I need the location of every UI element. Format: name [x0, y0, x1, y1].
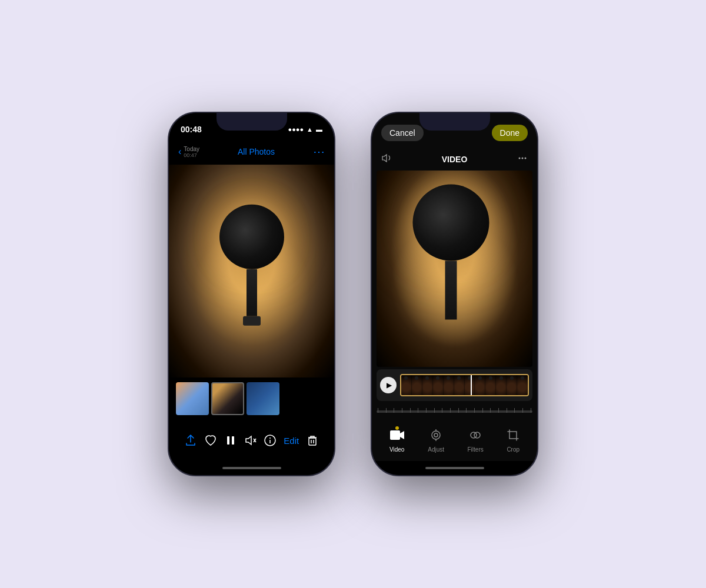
- tick: [514, 408, 515, 413]
- playhead: [471, 374, 472, 396]
- tick: [466, 408, 467, 413]
- volume-icon-svg: [381, 153, 392, 163]
- tool-crop[interactable]: Crop: [499, 425, 527, 456]
- play-icon: ▶: [387, 381, 392, 389]
- svg-point-6: [269, 437, 271, 439]
- edit-toolbar-top: VIDEO: [372, 148, 537, 171]
- lamp-mount: [243, 316, 261, 326]
- thumbnail-strip: [169, 377, 334, 420]
- active-dot: [395, 426, 399, 430]
- info-icon: [264, 434, 277, 447]
- nav-time: 00:47: [184, 152, 199, 158]
- status-bar-1: 00:48 ●●●● ▲ ▬: [169, 113, 334, 139]
- all-photos-label: All Photos: [238, 147, 275, 156]
- share-button[interactable]: [184, 434, 197, 447]
- tick: [531, 408, 531, 413]
- done-button[interactable]: Done: [492, 125, 528, 141]
- thumbnail-3[interactable]: [247, 382, 279, 415]
- mute-button[interactable]: [244, 434, 257, 447]
- nav-bar-1: ‹ Today 00:47 All Photos ⋯: [169, 139, 334, 165]
- scrubber-area[interactable]: [377, 405, 532, 419]
- tool-crop-icon-wrap: [507, 429, 519, 444]
- delete-button[interactable]: [306, 434, 319, 447]
- thumbnail-2[interactable]: [211, 382, 244, 415]
- tool-video-icon-wrap: [389, 429, 405, 444]
- lamp-body: [219, 205, 284, 326]
- tick: [402, 408, 402, 413]
- tool-crop-label: Crop: [507, 446, 519, 453]
- home-bar-1: [222, 467, 281, 469]
- svg-point-11: [521, 157, 523, 159]
- tick: [426, 408, 427, 413]
- tick: [498, 408, 499, 413]
- video-area-1[interactable]: [169, 165, 334, 377]
- favorite-button[interactable]: [204, 434, 217, 447]
- tick: [442, 408, 442, 413]
- tick: [434, 408, 435, 413]
- filters-icon: [469, 429, 482, 442]
- battery-icon: ▬: [316, 126, 322, 133]
- tool-adjust-label: Adjust: [428, 446, 444, 453]
- tick: [507, 408, 507, 413]
- tool-video[interactable]: Video: [382, 425, 412, 456]
- frame-10: [496, 375, 507, 395]
- scrubber-track: [377, 410, 532, 413]
- video-icon: [389, 429, 405, 442]
- tick: [394, 408, 394, 413]
- home-bar-2: [425, 467, 484, 469]
- trash-icon: [306, 434, 319, 447]
- back-button[interactable]: ‹ Today 00:47: [178, 146, 199, 158]
- tool-video-label: Video: [389, 446, 404, 453]
- video-frame-2: [377, 171, 532, 367]
- frame-12: [517, 375, 528, 395]
- phone-2-screen: Cancel Done VIDEO: [372, 113, 537, 475]
- cancel-button[interactable]: Cancel: [381, 125, 424, 141]
- mute-icon: [244, 434, 257, 447]
- tool-filters[interactable]: Filters: [461, 425, 491, 456]
- status-icons-1: ●●●● ▲ ▬: [288, 126, 322, 133]
- lamp-circle-2: [412, 185, 489, 261]
- tick: [458, 408, 459, 413]
- pause-button[interactable]: [224, 434, 237, 447]
- video-preview-2[interactable]: [377, 171, 532, 367]
- svg-rect-7: [309, 438, 316, 445]
- svg-point-14: [432, 431, 440, 439]
- wifi-icon: ▲: [307, 126, 313, 133]
- share-icon: [184, 434, 197, 447]
- svg-point-15: [434, 433, 438, 437]
- tool-adjust[interactable]: Adjust: [421, 425, 451, 456]
- timeline-area[interactable]: ▶: [377, 369, 532, 401]
- svg-point-10: [518, 157, 520, 159]
- tick: [482, 408, 483, 413]
- phone-2: Cancel Done VIDEO: [371, 112, 538, 476]
- tick: [418, 408, 418, 413]
- sound-icon[interactable]: [381, 153, 392, 166]
- tick: [450, 408, 451, 413]
- more-options-button-2[interactable]: [517, 153, 528, 166]
- phone-1-screen: 00:48 ●●●● ▲ ▬ ‹ Today 00:47 All Photos …: [169, 113, 334, 475]
- thumbnail-1[interactable]: [176, 382, 209, 415]
- more-options-button[interactable]: ⋯: [313, 145, 325, 159]
- tick: [474, 408, 475, 413]
- tool-adjust-icon-wrap: [429, 429, 442, 444]
- lamp-circle: [219, 205, 284, 269]
- lamp-stem: [247, 269, 257, 316]
- frame-7: [465, 375, 475, 395]
- phone-1: 00:48 ●●●● ▲ ▬ ‹ Today 00:47 All Photos …: [168, 112, 335, 476]
- frame-6: [454, 375, 465, 395]
- video-title: VIDEO: [442, 155, 468, 164]
- frame-2: [412, 375, 422, 395]
- signal-icon: ●●●●: [288, 126, 304, 133]
- filmstrip[interactable]: [400, 374, 529, 396]
- frame-4: [433, 375, 444, 395]
- tick: [522, 408, 523, 413]
- frame-9: [485, 375, 496, 395]
- chevron-left-icon: ‹: [178, 146, 181, 157]
- edit-button[interactable]: Edit: [284, 436, 299, 446]
- edit-tools-bar: Video Adjust: [372, 420, 537, 461]
- info-button[interactable]: [264, 434, 277, 447]
- play-button[interactable]: ▶: [380, 377, 397, 393]
- heart-icon: [204, 434, 217, 447]
- svg-point-19: [474, 432, 480, 438]
- tick: [386, 408, 387, 413]
